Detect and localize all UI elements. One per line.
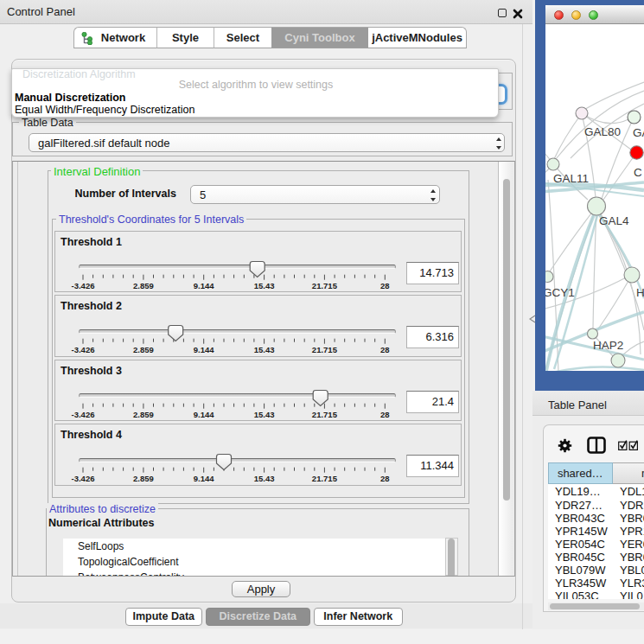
svg-text:GAL11: GAL11 xyxy=(553,172,589,185)
svg-text:HAP2: HAP2 xyxy=(593,339,623,352)
svg-text:GA: GA xyxy=(633,126,644,139)
svg-text:C: C xyxy=(634,166,642,179)
svg-text:GAL80: GAL80 xyxy=(584,125,621,138)
svg-text:GCY1: GCY1 xyxy=(545,286,575,299)
svg-text:GAL4: GAL4 xyxy=(599,214,629,227)
svg-text:H: H xyxy=(636,286,644,299)
